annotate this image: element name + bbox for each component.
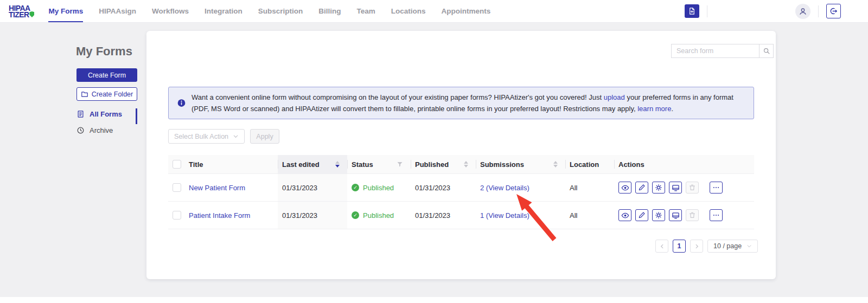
delete-button [686,209,699,221]
nav-divider [818,5,819,17]
sort-icons[interactable] [553,161,558,167]
page-title: My Forms [76,44,132,59]
col-header-title: Title [189,160,203,169]
col-header-submissions[interactable]: Submissions [476,155,565,173]
status-badge: ✓ Published [352,184,394,192]
gear-icon [655,184,662,191]
folder-icon [81,91,88,98]
pagination: 1 10 / page [655,240,758,253]
last-edited-cell: 01/31/2023 [278,202,347,229]
hipaatizer-logo[interactable]: HIPAA TIZER [9,5,34,18]
form-title-link[interactable]: New Patient Form [189,184,245,192]
nav-billing[interactable]: Billing [318,0,341,22]
sidebar-item-label: Archive [90,126,113,134]
chevron-left-icon [659,243,665,249]
create-folder-button[interactable]: Create Folder [76,87,137,101]
page-number-button[interactable]: 1 [673,240,686,253]
nav-hipaasign[interactable]: HIPAAsign [99,0,136,22]
sidebar-item-label: All Forms [90,110,122,118]
upload-link[interactable]: upload [604,93,625,101]
publish-button[interactable] [669,209,682,221]
ellipsis-icon [712,184,720,191]
preview-button[interactable] [618,182,631,194]
logo-shield-icon [29,11,34,17]
pencil-icon [638,184,646,191]
user-avatar[interactable] [795,4,810,19]
person-icon [799,7,807,16]
footer-strip [0,297,868,303]
prev-page-button[interactable] [655,240,668,253]
select-all-checkbox[interactable] [173,160,181,169]
nav-team[interactable]: Team [357,0,375,22]
table-row: New Patient Form 01/31/2023 ✓ Published … [168,174,754,202]
sort-icons[interactable] [464,161,468,167]
settings-button[interactable] [652,182,665,194]
banner-text-pre: Want a convenient online form without co… [192,93,604,101]
nav-integration[interactable]: Integration [205,0,242,22]
view-details-link[interactable]: 2 (View Details) [480,184,529,192]
search-button[interactable] [759,44,774,58]
actions-cell [614,174,754,201]
learn-more-link[interactable]: learn more [637,105,671,113]
more-actions-button[interactable] [710,182,723,194]
sort-icons[interactable] [335,161,340,167]
new-form-button[interactable] [685,4,699,18]
nav-divider [707,5,707,17]
row-checkbox[interactable] [173,183,181,192]
page-size-select[interactable]: 10 / page [707,240,758,253]
gear-icon [655,211,662,219]
nav-subscription[interactable]: Subscription [258,0,303,22]
published-cell: 01/31/2023 [411,174,476,201]
col-header-last-edited[interactable]: Last edited [278,155,347,173]
next-page-button[interactable] [690,240,703,253]
my-forms-page: HIPAA TIZER My Forms HIPAAsign Workflows… [0,0,868,303]
clock-history-icon [76,126,85,134]
col-header-status: Status [347,155,411,173]
sidebar-active-indicator [136,108,137,124]
filter-funnel-icon[interactable] [397,161,403,167]
trash-icon [688,184,696,191]
document-plus-icon [688,7,696,15]
nav-locations[interactable]: Locations [391,0,426,22]
location-cell: All [565,202,614,229]
monitor-icon [672,211,680,220]
monitor-icon [672,184,680,192]
apply-button[interactable]: Apply [250,129,279,144]
delete-button [686,182,699,194]
trash-icon [688,211,696,219]
col-header-actions: Actions [614,155,754,173]
top-navigation: HIPAA TIZER My Forms HIPAAsign Workflows… [0,0,868,23]
table-header-row: Title Last edited Status Published Submi… [168,155,754,174]
chevron-down-icon [233,133,239,139]
create-form-button[interactable]: Create Form [76,68,137,82]
preview-button[interactable] [618,209,631,221]
row-checkbox[interactable] [173,211,181,220]
banner-text-end: . [671,105,673,113]
info-icon [177,99,186,107]
bulk-action-select[interactable]: Select Bulk Action [168,129,245,144]
nav-workflows[interactable]: Workflows [152,0,189,22]
search-input[interactable] [671,44,760,58]
edit-button[interactable] [635,209,648,221]
publish-button[interactable] [669,182,682,194]
form-title-link[interactable]: Patient Intake Form [189,211,250,220]
pencil-icon [638,211,646,219]
last-edited-cell: 01/31/2023 [278,174,347,201]
published-cell: 01/31/2023 [411,202,476,229]
col-header-published[interactable]: Published [411,155,476,173]
more-actions-button[interactable] [710,209,723,221]
logout-icon [829,7,838,15]
eye-icon [621,184,629,192]
nav-appointments[interactable]: Appointments [442,0,491,22]
ellipsis-icon [712,211,720,219]
forms-table: Title Last edited Status Published Submi… [168,155,754,229]
edit-button[interactable] [635,182,648,194]
nav-my-forms[interactable]: My Forms [48,0,83,22]
chevron-down-icon [746,243,752,249]
logout-button[interactable] [826,4,841,18]
logo-text-bottom: TIZER [9,11,29,18]
sidebar-item-all-forms[interactable]: All Forms [76,110,135,118]
view-details-link[interactable]: 1 (View Details) [480,211,529,220]
sidebar-item-archive[interactable]: Archive [76,126,135,134]
settings-button[interactable] [652,209,665,221]
